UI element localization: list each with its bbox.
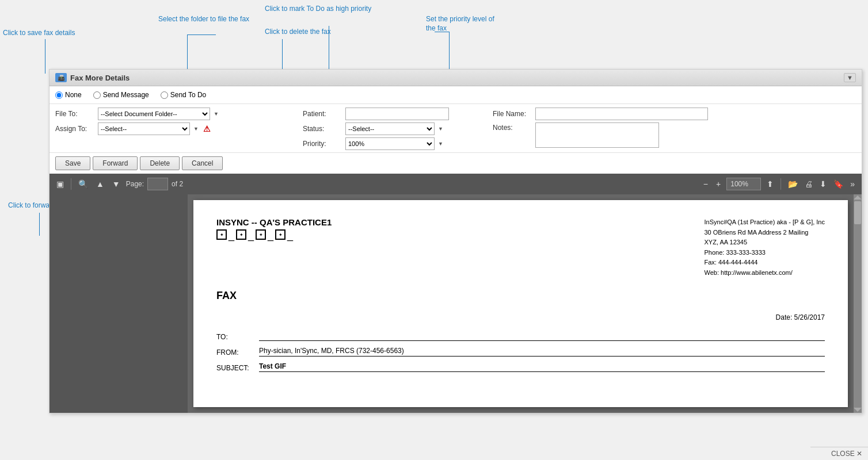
- priority-label: Priority:: [303, 140, 343, 148]
- logo-box-2: ✦: [236, 229, 246, 240]
- connector-set-priority: [449, 32, 450, 72]
- radio-options-row: None Send Message Send To Do: [50, 86, 862, 104]
- open-file-button[interactable]: 📂: [786, 178, 800, 190]
- zoom-out-button[interactable]: −: [701, 178, 710, 190]
- thumbnails-button[interactable]: ▣: [54, 178, 66, 190]
- fax-title: FAX: [216, 290, 825, 302]
- form-fields-area: File To: --Select Document Folder-- ▼ As…: [50, 104, 862, 152]
- pdf-toolbar: ▣ 🔍 ▲ ▼ Page: 1 of 2 − + 100% ⬆ 📂 🖨 ⬇ 🔖 …: [50, 174, 862, 194]
- zoom-adjust-button[interactable]: ⬆: [764, 178, 776, 190]
- next-page-button[interactable]: ▼: [110, 178, 123, 190]
- download-button[interactable]: ⬇: [817, 178, 829, 190]
- practice-logo-icons: ✦ _ ✦ _ ✦ _ ✦ _: [216, 229, 332, 241]
- org-name: InSync#QA (1st Practice) aka - [P & G], …: [705, 217, 825, 228]
- web: Web: http://www.abilenetx.com/: [705, 268, 825, 278]
- page-number-input[interactable]: 1: [147, 178, 168, 190]
- fax-date: Date: 5/26/2017: [216, 313, 825, 321]
- radio-send-todo[interactable]: Send To Do: [161, 91, 207, 99]
- status-label: Status:: [303, 125, 343, 133]
- tooltip-set-priority: Set the priority level of the fax: [426, 15, 495, 33]
- radio-send-message-label: Send Message: [103, 91, 149, 99]
- patient-input[interactable]: [345, 108, 449, 120]
- connector-forward: [39, 213, 40, 236]
- to-row: TO:: [216, 333, 825, 341]
- panel-collapse-button[interactable]: ▼: [844, 73, 856, 82]
- to-label: TO:: [216, 333, 257, 341]
- panel-header: 📠 Fax More Details ▼: [50, 70, 862, 86]
- subject-label: SUBJECT:: [216, 364, 257, 372]
- cancel-button[interactable]: Cancel: [182, 156, 223, 170]
- subject-row: SUBJECT: Test GIF: [216, 362, 825, 372]
- logo-dash-4: _: [287, 229, 293, 241]
- tooltip-mark-high-priority: Click to mark To Do as high priority: [265, 5, 371, 14]
- delete-button[interactable]: Delete: [140, 156, 180, 170]
- fax-number: Fax: 444-444-4444: [705, 258, 825, 268]
- forward-button[interactable]: Forward: [93, 156, 138, 170]
- connector-set-priority-h: [435, 32, 450, 32]
- bookmark-button[interactable]: 🔖: [831, 178, 846, 190]
- patient-label: Patient:: [303, 110, 343, 118]
- assign-to-label: Assign To:: [55, 125, 96, 133]
- radio-none-input[interactable]: [55, 91, 63, 99]
- close-button[interactable]: CLOSE ✕: [810, 447, 868, 460]
- status-select[interactable]: --Select--: [345, 122, 435, 135]
- priority-select[interactable]: 100%: [345, 137, 435, 150]
- form-col-middle: Patient: Status: --Select-- ▼ Priority: …: [303, 108, 493, 150]
- practice-left: INSYNC -- QA'S PRACTICE1 ✦ _ ✦ _ ✦ _ ✦ _: [216, 217, 332, 278]
- from-row: FROM: Phy-sician, In'Sync, MD, FRCS (732…: [216, 347, 825, 356]
- tooltip-select-folder: Select the folder to file the fax: [158, 15, 249, 24]
- connector-priority: [329, 26, 329, 72]
- file-name-input[interactable]: [535, 108, 708, 120]
- notes-row: Notes:: [493, 122, 856, 148]
- logo-dash-1: _: [229, 229, 234, 241]
- connector-save: [45, 39, 45, 74]
- radio-send-todo-label: Send To Do: [170, 91, 207, 99]
- scrollbar-up-arrow[interactable]: [854, 195, 862, 200]
- assign-to-select[interactable]: --Select--: [98, 122, 190, 135]
- more-button[interactable]: »: [848, 178, 857, 190]
- zoom-in-button[interactable]: +: [714, 178, 723, 190]
- phone: Phone: 333-333-3333: [705, 248, 825, 258]
- assign-to-row: Assign To: --Select-- ▼ ⚠: [55, 122, 303, 135]
- from-label: FROM:: [216, 348, 257, 356]
- action-buttons-row: Save Forward Delete Cancel: [50, 152, 862, 174]
- subject-value: Test GIF: [259, 362, 825, 372]
- save-button[interactable]: Save: [55, 156, 90, 170]
- panel-title: Fax More Details: [70, 74, 130, 82]
- file-to-row: File To: --Select Document Folder-- ▼: [55, 108, 303, 120]
- pdf-thumbnail-sidebar: [50, 194, 188, 413]
- search-button[interactable]: 🔍: [76, 178, 90, 190]
- connector-folder: [187, 34, 188, 72]
- connector-folder-h: [187, 34, 216, 35]
- dropdown-arrow-priority: ▼: [438, 141, 443, 147]
- toolbar-divider-1: [71, 178, 71, 190]
- scrollbar-track: [854, 225, 862, 407]
- prev-page-button[interactable]: ▲: [94, 178, 106, 190]
- file-to-select[interactable]: --Select Document Folder--: [98, 108, 210, 120]
- page-total: of 2: [172, 180, 183, 188]
- radio-send-message-input[interactable]: [93, 91, 101, 99]
- notes-textarea[interactable]: [535, 122, 659, 148]
- connector-delete: [282, 39, 283, 71]
- priority-row: Priority: 100% ▼: [303, 137, 493, 150]
- print-button[interactable]: 🖨: [802, 178, 815, 190]
- radio-send-todo-input[interactable]: [161, 91, 168, 99]
- pdf-scrollbar[interactable]: [854, 194, 862, 413]
- radio-send-message[interactable]: Send Message: [93, 91, 149, 99]
- practice-header: INSYNC -- QA'S PRACTICE1 ✦ _ ✦ _ ✦ _ ✦ _…: [216, 217, 825, 278]
- practice-right: InSync#QA (1st Practice) aka - [P & G], …: [705, 217, 825, 278]
- scrollbar-down-arrow[interactable]: [854, 408, 862, 412]
- radio-none[interactable]: None: [55, 91, 82, 99]
- dropdown-arrow-assign: ▼: [193, 126, 199, 132]
- address1: 30 OBriens Rd MA Address 2 Mailing: [705, 228, 825, 238]
- scrollbar-thumb[interactable]: [854, 201, 861, 224]
- from-value: Phy-sician, In'Sync, MD, FRCS (732-456-6…: [259, 347, 825, 356]
- logo-box-1: ✦: [216, 229, 227, 240]
- patient-row: Patient:: [303, 108, 493, 120]
- toolbar-right-buttons: 📂 🖨 ⬇ 🔖 »: [786, 178, 857, 190]
- fax-icon: 📠: [55, 73, 67, 82]
- page-label: Page:: [126, 180, 144, 188]
- form-col-left: File To: --Select Document Folder-- ▼ As…: [55, 108, 303, 135]
- zoom-display: 100%: [726, 178, 761, 190]
- city-state-zip: XYZ, AA 12345: [705, 237, 825, 248]
